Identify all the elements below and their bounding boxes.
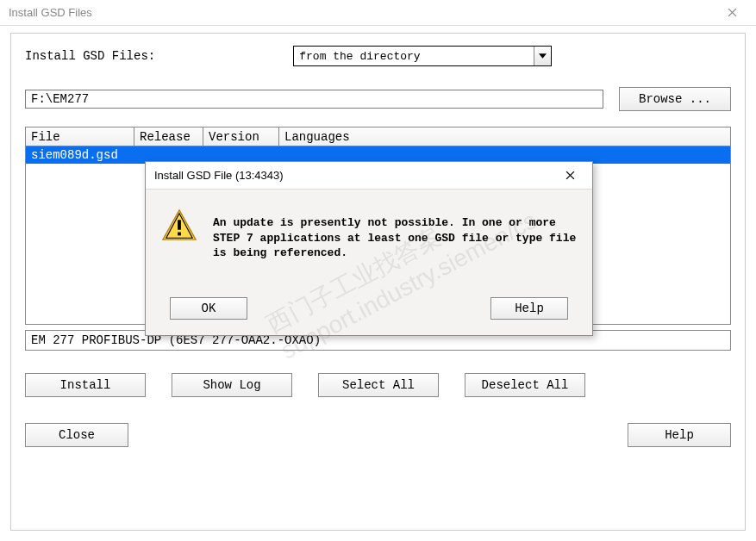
path-input[interactable]: F:\EM277: [25, 90, 603, 109]
window-close-button[interactable]: [715, 1, 749, 25]
table-header: File Release Version Languages: [26, 127, 730, 146]
dialog-close-button[interactable]: [553, 164, 587, 188]
action-row: Install Show Log Select All Deselect All: [25, 373, 731, 397]
close-button[interactable]: Close: [25, 423, 128, 447]
dialog-message: An update is presently not possible. In …: [213, 208, 577, 261]
cell-file: siem089d.gsd: [26, 146, 134, 164]
selectall-button[interactable]: Select All: [318, 373, 439, 397]
col-release[interactable]: Release: [134, 127, 203, 146]
dialog-titlebar: Install GSD File (13:4343): [146, 162, 592, 190]
window-title: Install GSD Files: [9, 6, 92, 19]
source-label: Install GSD Files:: [25, 49, 155, 63]
col-file[interactable]: File: [26, 127, 134, 146]
source-row: Install GSD Files: from the directory: [25, 46, 731, 66]
svg-marker-2: [539, 53, 547, 58]
deselectall-button[interactable]: Deselect All: [465, 373, 585, 397]
footer-row: Close Help: [25, 423, 731, 447]
warning-icon: [161, 208, 197, 245]
svg-rect-8: [178, 233, 181, 236]
source-combo-value: from the directory: [299, 50, 420, 63]
help-button[interactable]: Help: [628, 423, 731, 447]
ok-button[interactable]: OK: [170, 297, 247, 320]
svg-rect-7: [178, 220, 181, 229]
path-row: F:\EM277 Browse ...: [25, 87, 731, 111]
window-titlebar: Install GSD Files: [0, 0, 756, 26]
dialog-body: An update is presently not possible. In …: [146, 190, 592, 335]
dialog-title: Install GSD File (13:4343): [154, 169, 284, 182]
path-value: F:\EM277: [31, 92, 89, 106]
chevron-down-icon: [534, 47, 551, 65]
source-combo[interactable]: from the directory: [293, 46, 552, 66]
col-languages[interactable]: Languages: [279, 127, 730, 146]
browse-button[interactable]: Browse ...: [619, 87, 731, 111]
dialog-help-button[interactable]: Help: [490, 297, 568, 320]
col-version[interactable]: Version: [203, 127, 279, 146]
error-dialog: Install GSD File (13:4343) An update is …: [145, 161, 593, 336]
install-button[interactable]: Install: [25, 373, 146, 397]
dialog-button-row: OK Help: [161, 297, 577, 323]
showlog-button[interactable]: Show Log: [172, 373, 292, 397]
